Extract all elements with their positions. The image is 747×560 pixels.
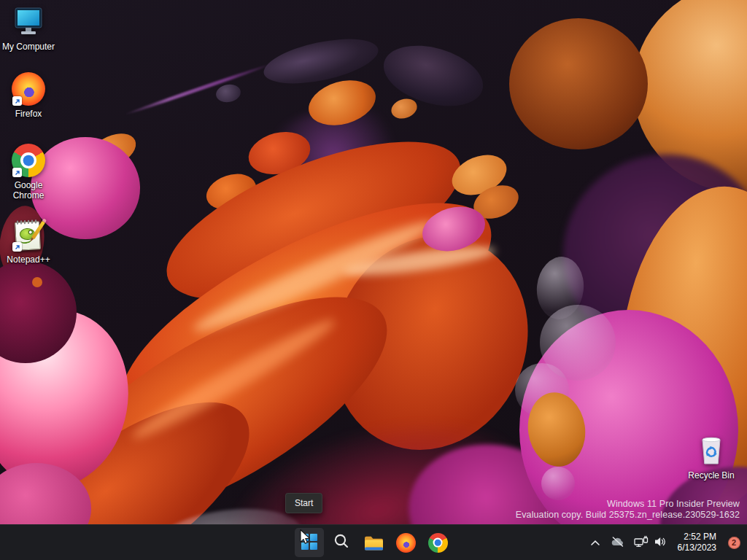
search-icon [333,533,350,552]
notification-badge: 2 [728,537,740,549]
clock-time: 2:52 PM [678,532,716,542]
clock-date: 6/13/2023 [678,542,716,553]
desktop-icon-label: My Computer [2,42,55,52]
firefox-taskbar-button[interactable] [391,528,420,557]
evaluation-watermark: Windows 11 Pro Insider Preview Evaluatio… [516,499,740,521]
my-computer-icon [11,4,46,39]
desktop-icon-label: Firefox [15,109,42,119]
start-button[interactable] [295,528,324,557]
chrome-icon [428,533,448,553]
watermark-line1: Windows 11 Pro Insider Preview [516,499,740,510]
chrome-icon [11,143,46,178]
watermark-line2: Evaluation copy. Build 25375.zn_release.… [516,510,740,521]
shortcut-arrow-icon [12,242,22,252]
start-tooltip: Start [285,493,322,513]
recycle-bin-icon [694,433,729,468]
firefox-icon [396,533,416,553]
clock: 2:52 PM 6/13/2023 [676,532,719,553]
desktop-icon-firefox[interactable]: Firefox [1,71,56,119]
onedrive-button[interactable] [607,528,629,557]
wallpaper-blob [509,18,648,149]
search-button[interactable] [327,528,356,557]
shortcut-arrow-icon [12,96,22,106]
taskbar: 2:52 PM 6/13/2023 2 [0,524,747,560]
wallpaper [0,0,747,560]
system-tray: 2:52 PM 6/13/2023 2 [585,525,744,560]
shortcut-arrow-icon [12,168,22,177]
hidden-icons-button[interactable] [585,528,605,557]
file-explorer-button[interactable] [359,528,388,557]
windows-logo-icon [301,533,318,553]
desktop-icon-label: Notepad++ [7,254,50,265]
chevron-up-icon [590,537,600,548]
wallpaper-blob [541,467,575,500]
clock-button[interactable]: 2:52 PM 6/13/2023 [672,528,722,557]
cloud-offline-icon [611,536,625,550]
firefox-icon [11,71,46,106]
desktop-icon-my-computer[interactable]: My Computer [1,4,56,52]
desktop-icon-recycle-bin[interactable]: Recycle Bin [684,433,739,481]
desktop-icon-label: Recycle Bin [688,470,734,481]
wallpaper-blob [32,277,42,287]
wallpaper-blob [389,96,419,122]
taskbar-center-buttons [295,528,452,557]
notepad-plus-plus-icon [11,217,46,252]
desktop-icon-label: Google Chrome [1,180,56,201]
notification-center-button[interactable]: 2 [724,528,744,557]
wallpaper-blob [214,82,242,104]
volume-icon [654,536,667,550]
network-wired-icon [634,535,649,550]
desktop-icon-notepad-plus-plus[interactable]: Notepad++ [1,217,56,265]
file-explorer-icon [364,534,384,551]
network-volume-button[interactable] [630,528,670,557]
desktop: My Computer Firefox Google Chrome [0,0,747,560]
chrome-taskbar-button[interactable] [423,528,452,557]
wallpaper-blob [123,62,273,117]
desktop-icon-google-chrome[interactable]: Google Chrome [1,143,56,201]
